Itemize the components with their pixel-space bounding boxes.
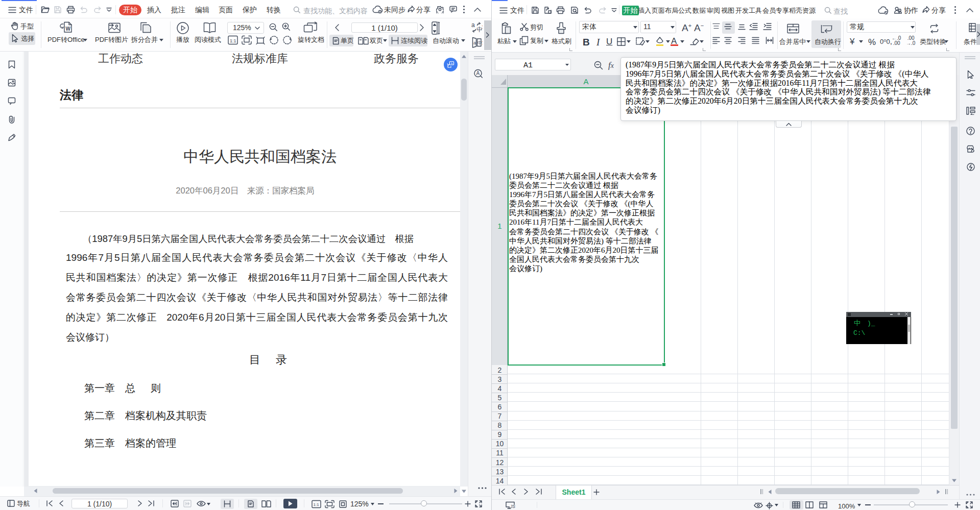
svg-text:W: W: [66, 26, 71, 32]
svg-text:A: A: [476, 70, 480, 76]
svg-text:1:1: 1:1: [314, 502, 320, 507]
svg-text:a: a: [473, 40, 476, 45]
svg-text:1:1: 1:1: [230, 38, 236, 43]
svg-text:JS: JS: [510, 504, 515, 509]
svg-text:a: a: [471, 22, 475, 29]
